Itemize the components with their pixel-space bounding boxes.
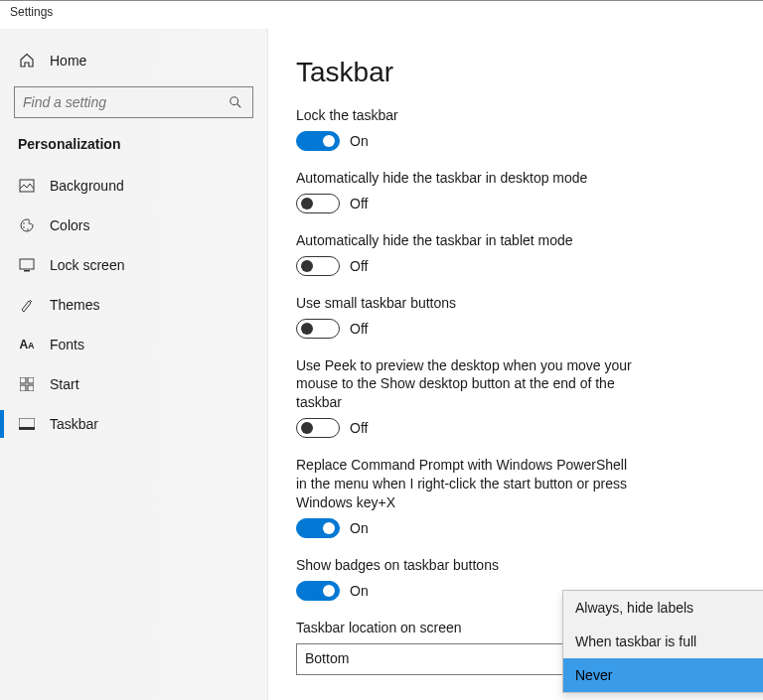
dropdown-option[interactable]: Always, hide labels	[563, 591, 763, 625]
toggle-state: Off	[350, 420, 368, 436]
svg-rect-9	[28, 377, 34, 383]
sidebar-item-colors[interactable]: Colors	[0, 206, 267, 245]
svg-rect-10	[20, 385, 26, 391]
toggle-switch[interactable]	[296, 418, 340, 438]
palette-icon	[18, 216, 36, 234]
sidebar-item-taskbar[interactable]: Taskbar	[0, 404, 267, 444]
search-icon	[227, 93, 244, 111]
setting-row: Automatically hide the taskbar in tablet…	[296, 231, 634, 276]
search-input[interactable]	[23, 94, 227, 110]
setting-desc: Replace Command Prompt with Windows Powe…	[296, 456, 634, 512]
setting-row: Automatically hide the taskbar in deskto…	[296, 169, 634, 213]
toggle-state: Off	[350, 196, 368, 211]
setting-row: Use small taskbar buttonsOff	[296, 294, 634, 339]
combo-value: Bottom	[305, 650, 349, 668]
nav-home-label: Home	[50, 53, 86, 69]
toggle-switch[interactable]	[296, 319, 340, 339]
nav-home[interactable]: Home	[0, 41, 267, 80]
sidebar-item-background[interactable]: Background	[0, 166, 267, 206]
sidebar-item-label: Colors	[50, 217, 89, 233]
svg-rect-6	[20, 259, 34, 269]
sidebar-item-label: Start	[50, 376, 79, 392]
picture-icon	[18, 177, 36, 195]
setting-desc: Lock the taskbar	[296, 106, 634, 125]
sidebar-item-themes[interactable]: Themes	[0, 285, 267, 325]
sidebar-item-label: Lock screen	[50, 257, 124, 273]
lock-screen-icon	[18, 256, 36, 274]
sidebar-item-label: Taskbar	[50, 416, 98, 432]
toggle-switch[interactable]	[296, 518, 340, 538]
setting-desc: Show badges on taskbar buttons	[296, 556, 634, 575]
setting-row: Use Peek to preview the desktop when you…	[296, 356, 634, 439]
toggle-state: On	[350, 583, 369, 599]
search-box[interactable]	[14, 86, 253, 118]
toggle-state: Off	[350, 258, 368, 274]
sidebar-item-label: Themes	[50, 297, 100, 313]
setting-desc: Use Peek to preview the desktop when you…	[296, 356, 634, 413]
toggle-switch[interactable]	[296, 131, 340, 151]
sidebar-section-title: Personalization	[0, 130, 267, 166]
toggle-switch[interactable]	[296, 581, 340, 601]
svg-rect-11	[28, 385, 34, 391]
svg-point-0	[230, 97, 238, 105]
setting-desc: Automatically hide the taskbar in deskto…	[296, 169, 634, 188]
combine-buttons-dropdown[interactable]: Always, hide labelsWhen taskbar is fullN…	[562, 590, 763, 693]
window-title: Settings	[0, 1, 763, 29]
dropdown-option[interactable]: When taskbar is full	[563, 625, 763, 658]
sidebar-item-start[interactable]: Start	[0, 364, 267, 404]
setting-desc: Use small taskbar buttons	[296, 294, 634, 313]
content-pane: Taskbar Lock the taskbarOnAutomatically …	[268, 29, 763, 700]
toggle-switch[interactable]	[296, 194, 340, 213]
toggle-state: On	[350, 133, 369, 149]
page-title: Taskbar	[296, 57, 733, 88]
svg-rect-8	[20, 377, 26, 383]
setting-row: Lock the taskbarOn	[296, 106, 634, 151]
toggle-state: Off	[350, 321, 368, 337]
setting-row: Replace Command Prompt with Windows Powe…	[296, 456, 634, 538]
sidebar-item-label: Background	[50, 178, 124, 194]
setting-desc: Automatically hide the taskbar in tablet…	[296, 231, 634, 250]
dropdown-option[interactable]: Never	[563, 658, 763, 692]
taskbar-icon	[18, 415, 36, 433]
sidebar-item-lock-screen[interactable]: Lock screen	[0, 245, 267, 285]
svg-point-4	[23, 226, 25, 228]
themes-icon	[18, 296, 36, 314]
sidebar-item-label: Fonts	[50, 337, 84, 352]
start-icon	[18, 375, 36, 393]
svg-point-5	[27, 228, 29, 230]
fonts-icon: AA	[18, 336, 36, 353]
home-icon	[18, 52, 36, 70]
sidebar-item-fonts[interactable]: AA Fonts	[0, 325, 267, 364]
toggle-state: On	[350, 520, 369, 536]
svg-rect-7	[24, 270, 30, 272]
svg-line-1	[237, 104, 241, 108]
toggle-switch[interactable]	[296, 256, 340, 276]
svg-rect-13	[19, 427, 35, 430]
svg-point-3	[23, 222, 25, 224]
sidebar: Home Personalization Background Colors L…	[0, 29, 268, 700]
